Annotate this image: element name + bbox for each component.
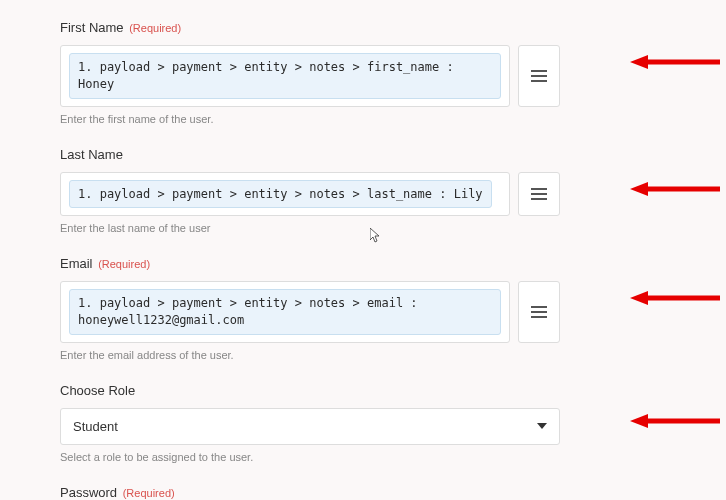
label-role: Choose Role: [60, 383, 726, 398]
svg-marker-3: [630, 182, 648, 196]
label-email: Email (Required): [60, 256, 726, 271]
form-group-first-name: First Name (Required) 1. payload > payme…: [60, 20, 726, 125]
help-text: Enter the first name of the user.: [60, 113, 726, 125]
help-text: Enter the last name of the user: [60, 222, 726, 234]
label-text: Password: [60, 485, 117, 500]
hamburger-icon: [531, 188, 547, 200]
label-first-name: First Name (Required): [60, 20, 726, 35]
field-row: 1. payload > payment > entity > notes > …: [60, 281, 560, 343]
help-text: Enter the email address of the user.: [60, 349, 726, 361]
field-options-button[interactable]: [518, 45, 560, 107]
required-indicator: (Required): [123, 487, 175, 499]
field-row: 1. payload > payment > entity > notes > …: [60, 172, 560, 217]
label-text: Email: [60, 256, 93, 271]
annotation-arrow: [630, 411, 720, 431]
label-text: First Name: [60, 20, 124, 35]
field-row: 1. payload > payment > entity > notes > …: [60, 45, 560, 107]
field-options-button[interactable]: [518, 281, 560, 343]
form-group-last-name: Last Name 1. payload > payment > entity …: [60, 147, 726, 235]
label-text: Choose Role: [60, 383, 135, 398]
field-options-button[interactable]: [518, 172, 560, 217]
hamburger-icon: [531, 70, 547, 82]
hamburger-icon: [531, 306, 547, 318]
last-name-input[interactable]: 1. payload > payment > entity > notes > …: [60, 172, 510, 217]
required-indicator: (Required): [98, 258, 150, 270]
annotation-arrow: [630, 52, 720, 72]
form-group-password: Password (Required) Enter the password f…: [60, 485, 726, 500]
annotation-arrow: [630, 288, 720, 308]
form-group-email: Email (Required) 1. payload > payment > …: [60, 256, 726, 361]
first-name-input[interactable]: 1. payload > payment > entity > notes > …: [60, 45, 510, 107]
svg-marker-5: [630, 291, 648, 305]
required-indicator: (Required): [129, 22, 181, 34]
email-input[interactable]: 1. payload > payment > entity > notes > …: [60, 281, 510, 343]
help-text: Select a role to be assigned to the user…: [60, 451, 726, 463]
label-last-name: Last Name: [60, 147, 726, 162]
label-text: Last Name: [60, 147, 123, 162]
annotation-arrow: [630, 179, 720, 199]
chevron-down-icon: [537, 423, 547, 429]
svg-marker-1: [630, 55, 648, 69]
mapping-tag[interactable]: 1. payload > payment > entity > notes > …: [69, 289, 501, 335]
label-password: Password (Required): [60, 485, 726, 500]
mapping-tag[interactable]: 1. payload > payment > entity > notes > …: [69, 180, 492, 209]
svg-marker-7: [630, 414, 648, 428]
role-select[interactable]: Student: [60, 408, 560, 445]
form-group-role: Choose Role Student Select a role to be …: [60, 383, 726, 463]
selected-value: Student: [73, 419, 118, 434]
mapping-tag[interactable]: 1. payload > payment > entity > notes > …: [69, 53, 501, 99]
